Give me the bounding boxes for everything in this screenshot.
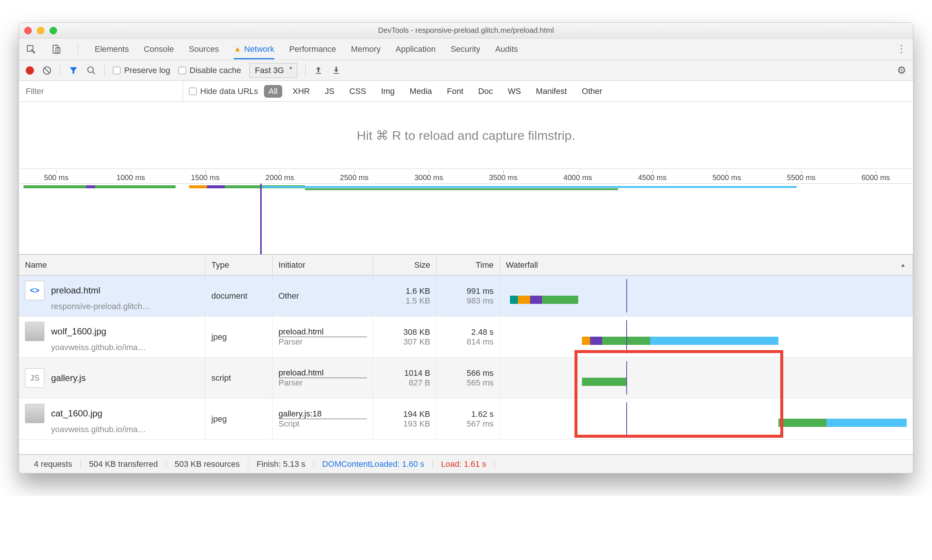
status-resources: 503 KB resources xyxy=(166,459,248,469)
filter-type-manifest[interactable]: Manifest xyxy=(531,85,571,98)
tick: 5000 ms xyxy=(689,173,764,182)
table-headers: Name Type Initiator Size Time Waterfall▲ xyxy=(19,255,913,275)
request-time: 566 ms xyxy=(467,368,494,378)
filter-type-xhr[interactable]: XHR xyxy=(288,85,314,98)
document-icon: <> xyxy=(25,281,45,300)
tab-console[interactable]: Console xyxy=(144,39,174,59)
device-mode-icon[interactable] xyxy=(51,44,62,54)
tick: 500 ms xyxy=(19,173,94,182)
search-icon[interactable] xyxy=(86,66,96,75)
image-icon xyxy=(25,404,45,423)
request-size: 194 KB xyxy=(403,409,430,419)
disable-cache-checkbox[interactable]: Disable cache xyxy=(178,66,241,75)
filter-type-all[interactable]: All xyxy=(264,85,282,98)
request-initiator[interactable]: preload.html xyxy=(278,327,367,337)
filter-icon[interactable] xyxy=(69,66,78,75)
script-icon: JS xyxy=(25,368,45,388)
tab-application[interactable]: Application xyxy=(395,39,436,59)
more-menu-icon[interactable]: ⋮ xyxy=(897,43,906,55)
request-initiator: Other xyxy=(278,291,367,301)
request-time: 2.48 s xyxy=(471,327,494,337)
request-type: jpeg xyxy=(205,317,272,357)
col-type[interactable]: Type xyxy=(205,255,272,275)
request-initiator[interactable]: gallery.js:18 xyxy=(278,409,367,419)
warning-icon: ▲ xyxy=(234,45,241,53)
status-load: Load: 1.61 s xyxy=(433,459,495,469)
col-initiator[interactable]: Initiator xyxy=(272,255,373,275)
sort-icon: ▲ xyxy=(900,262,906,268)
request-domain: responsive-preload.glitch… xyxy=(51,302,199,311)
request-time: 1.62 s xyxy=(471,409,494,419)
tick: 1000 ms xyxy=(94,173,168,182)
col-size[interactable]: Size xyxy=(373,255,437,275)
filter-type-css[interactable]: CSS xyxy=(345,85,371,98)
tab-network[interactable]: ▲Network xyxy=(234,39,274,59)
dcl-marker xyxy=(260,184,262,254)
request-name: gallery.js xyxy=(51,373,86,383)
request-size: 308 KB xyxy=(403,327,430,337)
throttling-select[interactable]: Fast 3G xyxy=(249,63,297,78)
request-name: cat_1600.jpg xyxy=(51,408,102,419)
tick: 3500 ms xyxy=(466,173,541,182)
preserve-log-checkbox[interactable]: Preserve log xyxy=(113,66,171,75)
request-name: preload.html xyxy=(51,285,100,295)
request-size: 1014 B xyxy=(404,368,430,378)
tick: 3000 ms xyxy=(391,173,466,182)
tab-security[interactable]: Security xyxy=(451,39,480,59)
tick: 2000 ms xyxy=(242,173,317,182)
panel-tabs: Elements Console Sources ▲Network Perfor… xyxy=(19,38,913,60)
request-name: wolf_1600.jpg xyxy=(51,326,106,337)
filter-type-img[interactable]: Img xyxy=(377,85,399,98)
tab-elements[interactable]: Elements xyxy=(95,39,129,59)
filter-type-ws[interactable]: WS xyxy=(503,85,525,98)
filter-type-other[interactable]: Other xyxy=(577,85,607,98)
request-initiator[interactable]: preload.html xyxy=(278,368,367,378)
status-requests: 4 requests xyxy=(26,459,81,469)
col-name[interactable]: Name xyxy=(19,255,205,275)
network-toolbar: Preserve log Disable cache Fast 3G ⚙ xyxy=(19,60,913,81)
tick: 1500 ms xyxy=(168,173,243,182)
record-button[interactable] xyxy=(26,66,34,75)
filter-input[interactable] xyxy=(19,81,183,102)
filter-type-media[interactable]: Media xyxy=(405,85,437,98)
status-dcl: DOMContentLoaded: 1.60 s xyxy=(314,459,433,469)
status-finish: Finish: 5.13 s xyxy=(248,459,314,469)
tick: 2500 ms xyxy=(317,173,391,182)
tick: 4500 ms xyxy=(615,173,690,182)
filter-type-js[interactable]: JS xyxy=(320,85,339,98)
request-type: jpeg xyxy=(205,398,272,439)
upload-har-icon[interactable] xyxy=(314,66,324,75)
image-icon xyxy=(25,322,45,341)
tick: 5500 ms xyxy=(764,173,838,182)
tab-audits[interactable]: Audits xyxy=(495,39,518,59)
filmstrip-hint: Hit ⌘ R to reload and capture filmstrip. xyxy=(19,102,913,169)
filter-type-font[interactable]: Font xyxy=(443,85,468,98)
request-time: 991 ms xyxy=(467,286,494,296)
request-type: document xyxy=(205,275,272,316)
request-size: 1.6 KB xyxy=(406,286,430,296)
col-waterfall[interactable]: Waterfall▲ xyxy=(500,255,913,275)
filter-type-doc[interactable]: Doc xyxy=(474,85,497,98)
svg-point-4 xyxy=(88,67,93,72)
annotation-highlight-box xyxy=(575,350,783,438)
request-type: script xyxy=(205,358,272,398)
timeline-overview[interactable]: 500 ms 1000 ms 1500 ms 2000 ms 2500 ms 3… xyxy=(19,169,913,255)
settings-icon[interactable]: ⚙ xyxy=(897,64,906,77)
tab-memory[interactable]: Memory xyxy=(351,39,381,59)
download-har-icon[interactable] xyxy=(332,66,341,75)
tab-sources[interactable]: Sources xyxy=(189,39,219,59)
clear-icon[interactable] xyxy=(42,66,52,75)
tick: 6000 ms xyxy=(838,173,913,182)
hide-data-urls-checkbox[interactable]: Hide data URLs xyxy=(189,86,258,96)
titlebar: DevTools - responsive-preload.glitch.me/… xyxy=(19,23,913,38)
status-transferred: 504 KB transferred xyxy=(81,459,167,469)
col-time[interactable]: Time xyxy=(437,255,500,275)
tab-performance[interactable]: Performance xyxy=(289,39,336,59)
devtools-window: DevTools - responsive-preload.glitch.me/… xyxy=(18,22,914,474)
inspect-icon[interactable] xyxy=(26,44,36,54)
request-row[interactable]: <>preload.html responsive-preload.glitch… xyxy=(19,275,913,317)
tick: 4000 ms xyxy=(541,173,615,182)
request-domain: yoavweiss.github.io/ima… xyxy=(51,343,199,352)
filter-bar: Hide data URLs All XHR JS CSS Img Media … xyxy=(19,81,913,102)
status-bar: 4 requests 504 KB transferred 503 KB res… xyxy=(19,454,913,473)
